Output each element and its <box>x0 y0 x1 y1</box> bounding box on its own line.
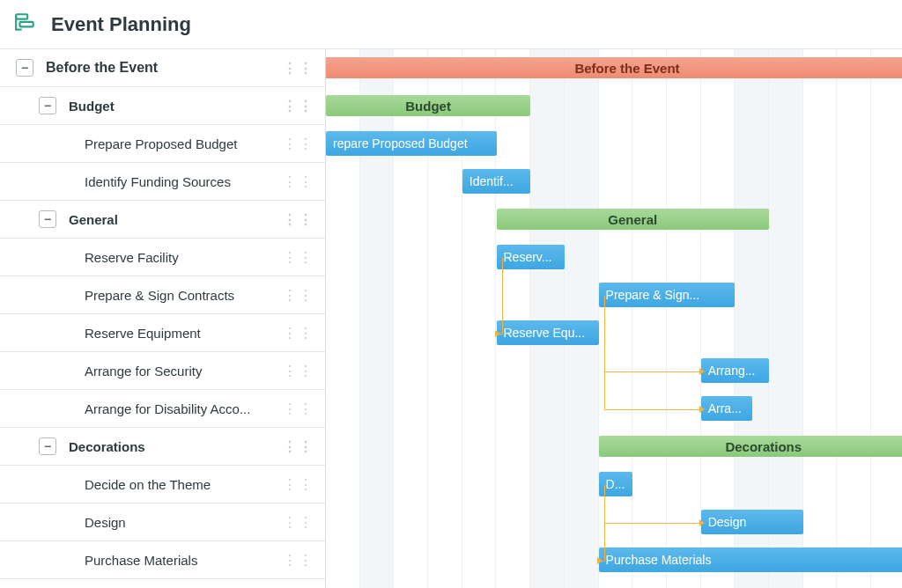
row-label: Reserve Equipment <box>85 326 279 341</box>
gantt-task-bar[interactable]: Arrang... <box>701 358 769 383</box>
dependency-line <box>604 296 605 409</box>
tree-group-row[interactable]: −Before the Event⋮⋮ <box>0 49 325 87</box>
drag-handle-icon[interactable]: ⋮⋮ <box>279 325 318 342</box>
row-label: Design <box>85 515 279 530</box>
gantt-task-bar[interactable]: Prepare & Sign... <box>599 283 736 307</box>
gantt-task-bar[interactable]: repare Proposed Budget <box>326 131 497 156</box>
app-header: Event Planning <box>0 0 902 49</box>
gantt-chart-panel[interactable]: Before the EventBudgetrepare Proposed Bu… <box>326 49 902 588</box>
tree-task-row[interactable]: Design⋮⋮ <box>0 503 325 541</box>
gantt-summary-bar[interactable]: Decorations <box>599 436 902 457</box>
tree-group-row[interactable]: −Decorations⋮⋮ <box>0 428 325 466</box>
tree-group-row[interactable]: −General⋮⋮ <box>0 201 325 239</box>
task-tree-panel: −Before the Event⋮⋮−Budget⋮⋮Prepare Prop… <box>0 49 326 588</box>
collapse-toggle[interactable]: − <box>16 59 33 77</box>
dependency-arrow-icon <box>699 368 708 375</box>
row-label: Purchase Materials <box>85 553 279 568</box>
gantt-task-bar[interactable]: Reserv... <box>497 245 565 269</box>
gantt-bars: Before the EventBudgetrepare Proposed Bu… <box>326 49 902 588</box>
dependency-arrow-icon <box>597 557 606 564</box>
gantt-icon <box>14 11 51 38</box>
svg-rect-0 <box>16 14 27 18</box>
tree-task-row[interactable]: Decide on the Theme⋮⋮ <box>0 466 325 503</box>
row-label: General <box>69 212 279 227</box>
tree-task-row[interactable]: Arrange for Disability Acco...⋮⋮ <box>0 390 325 428</box>
dependency-line <box>604 485 605 561</box>
dependency-arrow-icon <box>699 519 708 526</box>
drag-handle-icon[interactable]: ⋮⋮ <box>279 438 318 455</box>
gantt-task-bar[interactable]: Design <box>701 510 803 534</box>
row-label: Arrange for Disability Acco... <box>85 401 279 416</box>
gantt-summary-bar[interactable]: Budget <box>326 95 530 116</box>
drag-handle-icon[interactable]: ⋮⋮ <box>279 173 318 190</box>
gantt-summary-bar[interactable]: General <box>497 209 770 230</box>
drag-handle-icon[interactable]: ⋮⋮ <box>279 552 318 569</box>
gantt-task-bar[interactable]: Reserve Equ... <box>497 320 599 345</box>
drag-handle-icon[interactable]: ⋮⋮ <box>279 401 318 417</box>
drag-handle-icon[interactable]: ⋮⋮ <box>279 136 318 152</box>
drag-handle-icon[interactable]: ⋮⋮ <box>279 60 318 77</box>
main-split: −Before the Event⋮⋮−Budget⋮⋮Prepare Prop… <box>0 49 902 588</box>
gantt-summary-bar[interactable]: Before the Event <box>326 57 902 78</box>
row-label: Prepare Proposed Budget <box>85 136 279 151</box>
tree-group-row[interactable]: −Budget⋮⋮ <box>0 87 325 125</box>
row-label: Reserve Facility <box>85 250 279 265</box>
collapse-toggle[interactable]: − <box>39 97 56 114</box>
row-label: Arrange for Security <box>85 364 279 379</box>
gantt-task-bar[interactable]: Identif... <box>462 169 530 194</box>
row-label: Prepare & Sign Contracts <box>85 288 279 303</box>
gantt-task-bar[interactable]: Purchase Materials <box>599 548 902 572</box>
tree-task-row[interactable]: Prepare Proposed Budget⋮⋮ <box>0 125 325 163</box>
dependency-line <box>502 258 503 334</box>
page-title: Event Planning <box>51 13 191 36</box>
dependency-line <box>604 523 701 524</box>
svg-rect-1 <box>20 21 33 26</box>
dependency-line <box>604 371 701 372</box>
drag-handle-icon[interactable]: ⋮⋮ <box>279 287 318 304</box>
drag-handle-icon[interactable]: ⋮⋮ <box>279 211 318 228</box>
collapse-toggle[interactable]: − <box>39 210 56 228</box>
drag-handle-icon[interactable]: ⋮⋮ <box>279 476 318 493</box>
row-label: Before the Event <box>46 60 279 76</box>
dependency-arrow-icon <box>495 330 504 337</box>
gantt-task-bar[interactable]: Arra... <box>701 396 752 421</box>
row-label: Identify Funding Sources <box>85 174 279 189</box>
tree-task-row[interactable]: Prepare & Sign Contracts⋮⋮ <box>0 276 325 314</box>
tree-task-row[interactable]: Reserve Facility⋮⋮ <box>0 239 325 276</box>
tree-task-row[interactable]: Purchase Materials⋮⋮ <box>0 541 325 579</box>
row-label: Decorations <box>69 439 279 454</box>
tree-task-row[interactable]: Arrange for Security⋮⋮ <box>0 352 325 390</box>
drag-handle-icon[interactable]: ⋮⋮ <box>279 98 318 114</box>
dependency-arrow-icon <box>699 406 708 413</box>
tree-task-row[interactable]: Reserve Equipment⋮⋮ <box>0 314 325 352</box>
drag-handle-icon[interactable]: ⋮⋮ <box>279 249 318 266</box>
drag-handle-icon[interactable]: ⋮⋮ <box>279 514 318 531</box>
row-label: Budget <box>69 99 279 114</box>
row-label: Decide on the Theme <box>85 477 279 492</box>
drag-handle-icon[interactable]: ⋮⋮ <box>279 363 318 379</box>
tree-task-row[interactable]: Identify Funding Sources⋮⋮ <box>0 163 325 201</box>
dependency-line <box>604 409 701 410</box>
collapse-toggle[interactable]: − <box>39 437 56 455</box>
